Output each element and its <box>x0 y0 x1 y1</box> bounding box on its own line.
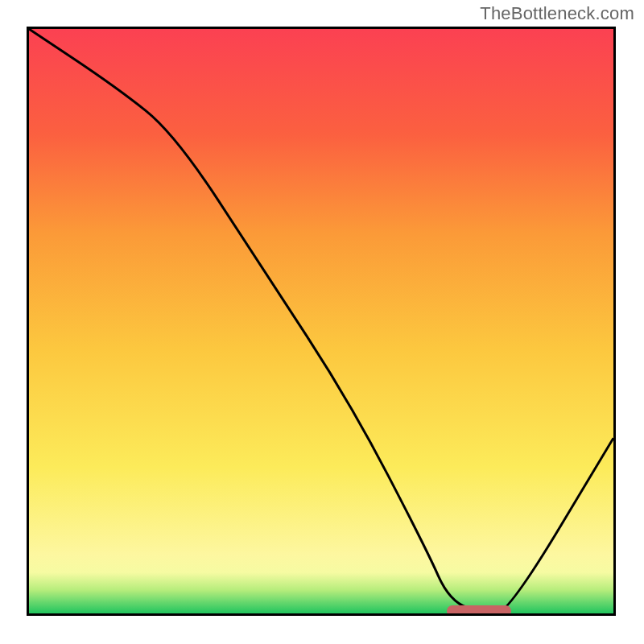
line-curve <box>29 29 613 613</box>
chart-container: TheBottleneck.com <box>0 0 644 644</box>
plot-area <box>27 27 616 616</box>
series-path <box>29 29 613 613</box>
watermark-text: TheBottleneck.com <box>480 3 634 24</box>
optimal-marker <box>447 605 512 616</box>
